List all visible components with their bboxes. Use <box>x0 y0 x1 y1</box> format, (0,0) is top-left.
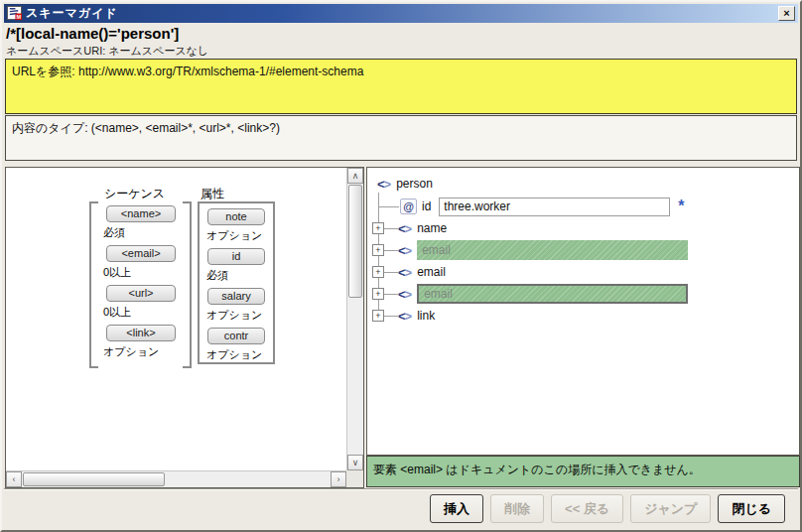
tree-row-email-selected[interactable]: + <> email <box>367 283 795 305</box>
namespace-line: ネームスペースURI: ネームスペースなし <box>6 44 796 59</box>
url-reference-text[interactable]: URLを参照: http://www.w3.org/TR/xmlschema-1… <box>12 65 363 78</box>
status-message-text: 要素 <email> はドキュメントのこの場所に挿入できません。 <box>373 463 701 476</box>
close-button[interactable]: 閉じる <box>718 494 785 523</box>
expand-icon[interactable]: + <box>372 222 384 234</box>
schema-guide-dialog: M スキーマガイド × /*[local-name()='person'] ネー… <box>0 0 802 532</box>
attribute-item: note オプション <box>200 208 273 248</box>
vertical-scroll-thumb[interactable] <box>348 185 362 298</box>
title-bar: M スキーマガイド × <box>4 4 798 23</box>
tree-node-label: email <box>422 243 451 257</box>
element-email-button[interactable]: <email> <box>106 245 176 262</box>
element-icon: <> <box>398 309 411 324</box>
tree-node-label: email <box>424 287 453 301</box>
attribute-item: id 必須 <box>200 248 273 288</box>
tree-row-email-insertable[interactable]: + <> email <box>367 239 795 261</box>
element-name-button[interactable]: <name> <box>106 205 176 222</box>
document-tree-panel: <> person @ id * + <> name + <> email <box>366 167 800 456</box>
attribute-item: contr オプション <box>200 328 273 367</box>
tree-connector-stub <box>378 206 399 207</box>
attribute-salary-button[interactable]: salary <box>207 288 265 305</box>
tree-row-email[interactable]: + <> email <box>367 261 795 283</box>
sequence-item: <url> 0以上 <box>101 285 181 325</box>
left-panel-vertical-scrollbar[interactable]: ∧ ∨ <box>346 168 363 470</box>
horizontal-scroll-thumb[interactable] <box>23 472 165 486</box>
attribute-note-button[interactable]: note <box>207 208 265 225</box>
attribute-item: salary オプション <box>200 288 273 328</box>
xpath-expression: /*[local-name()='person'] <box>6 25 796 42</box>
occurrence-label: 必須 <box>103 225 181 240</box>
highlight-bar-selected[interactable]: email <box>417 284 688 304</box>
scrollbar-corner <box>346 470 363 487</box>
expand-icon[interactable]: + <box>372 266 384 278</box>
attributes-label: 属性 <box>200 186 224 202</box>
sequence-item: <link> オプション <box>101 325 181 364</box>
expand-icon[interactable]: + <box>372 244 384 256</box>
sequence-bracket-right <box>183 201 192 368</box>
sequence-label: シーケンス <box>104 186 165 202</box>
url-reference-box[interactable]: URLを参照: http://www.w3.org/TR/xmlschema-1… <box>5 59 797 114</box>
tree-row-person[interactable]: <> person <box>367 173 795 195</box>
scroll-right-icon[interactable]: › <box>331 471 346 487</box>
delete-button[interactable]: 削除 <box>490 494 544 523</box>
element-icon: <> <box>377 177 390 192</box>
window-title: スキーマガイド <box>26 5 118 22</box>
element-icon: <> <box>398 287 411 302</box>
scroll-up-icon[interactable]: ∧ <box>347 168 363 184</box>
left-panel-horizontal-scrollbar[interactable]: ‹ › <box>6 470 346 487</box>
occurrence-label: 必須 <box>206 268 273 283</box>
insert-button[interactable]: 挿入 <box>430 494 483 523</box>
jump-button[interactable]: ジャンプ <box>630 494 711 523</box>
close-icon[interactable]: × <box>778 6 795 21</box>
sequence-bracket-left <box>89 201 98 368</box>
element-icon: <> <box>398 265 411 280</box>
attribute-name: id <box>422 200 431 213</box>
sequence-items: <name> 必須 <email> 0以上 <url> 0以上 <link> オ… <box>101 205 181 364</box>
required-marker: * <box>678 198 684 215</box>
button-bar: 挿入 削除 << 戻る ジャンプ 閉じる <box>4 488 798 528</box>
status-message-bar: 要素 <email> はドキュメントのこの場所に挿入できません。 <box>366 456 800 487</box>
attribute-value-input[interactable] <box>439 198 670 216</box>
highlight-bar[interactable]: email <box>417 240 688 260</box>
header: /*[local-name()='person'] ネームスペースURI: ネー… <box>6 25 796 59</box>
back-button[interactable]: << 戻る <box>551 494 623 523</box>
app-icon: M <box>7 6 22 21</box>
element-link-button[interactable]: <link> <box>106 325 176 341</box>
schema-diagram: シーケンス <name> 必須 <email> 0以上 <url> 0以上 <l… <box>6 168 346 470</box>
tree-node-label: email <box>417 265 446 279</box>
tree-node-label: link <box>417 309 435 323</box>
tree-row-attribute-id[interactable]: @ id * <box>367 196 795 217</box>
scroll-left-icon[interactable]: ‹ <box>6 471 22 487</box>
occurrence-label: オプション <box>206 228 273 243</box>
content-type-text: 内容のタイプ: (<name>, <email>*, <url>*, <link… <box>12 121 280 135</box>
element-url-button[interactable]: <url> <box>106 285 176 302</box>
tree-node-label: person <box>396 177 433 191</box>
tree-row-link[interactable]: + <> link <box>367 305 795 327</box>
tree-node-label: name <box>417 221 447 235</box>
content-type-box: 内容のタイプ: (<name>, <email>*, <url>*, <link… <box>5 115 797 161</box>
expand-icon[interactable]: + <box>372 288 384 300</box>
attribute-icon: @ <box>400 199 417 214</box>
element-icon: <> <box>398 243 411 258</box>
svg-text:M: M <box>16 14 21 20</box>
tree-row-name[interactable]: + <> name <box>367 217 795 239</box>
attribute-contr-button[interactable]: contr <box>207 328 265 344</box>
scroll-down-icon[interactable]: ∨ <box>347 455 363 470</box>
schema-diagram-panel: シーケンス <name> 必須 <email> 0以上 <url> 0以上 <l… <box>5 167 364 488</box>
occurrence-label: オプション <box>206 347 273 362</box>
element-icon: <> <box>398 221 411 236</box>
sequence-item: <email> 0以上 <box>101 245 181 285</box>
occurrence-label: オプション <box>206 308 273 323</box>
occurrence-label: 0以上 <box>103 265 181 280</box>
occurrence-label: オプション <box>103 344 181 359</box>
expand-icon[interactable]: + <box>372 310 384 322</box>
sequence-item: <name> 必須 <box>101 205 181 245</box>
attribute-id-button[interactable]: id <box>207 248 265 265</box>
attribute-items: note オプション id 必須 salary オプション contr オプショ… <box>198 201 275 364</box>
occurrence-label: 0以上 <box>103 305 181 320</box>
